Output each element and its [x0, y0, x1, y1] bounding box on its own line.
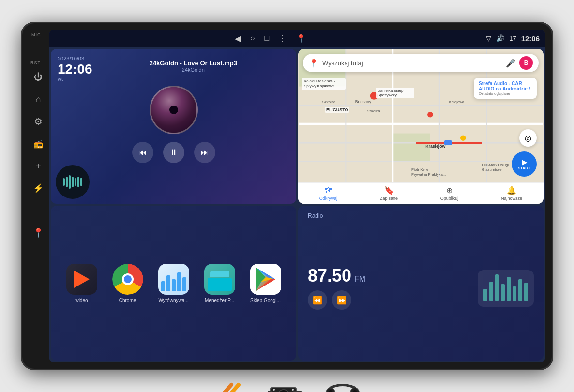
map-tab-najnowsze[interactable]: 🔔 Najnowsze — [501, 186, 522, 201]
svg-rect-2 — [393, 134, 430, 162]
radio-panel: Radio 87.50 FM ⏪ ⏩ — [298, 206, 544, 361]
pry-tools — [212, 382, 246, 392]
wideo-label: wideo — [75, 298, 88, 303]
chrome-center-dot — [122, 273, 134, 285]
power-button[interactable]: ⏻ — [31, 70, 45, 84]
map-start-button[interactable]: ▶ START — [512, 151, 537, 177]
music-controls: ⏮ ⏸ ⏭ — [58, 142, 289, 163]
aux-cable-icon — [323, 380, 362, 392]
main-screen: ◀ ○ □ ⋮ 📍 ▽ 🔊 17 12:06 2023/10/03 12:0 — [49, 30, 545, 362]
radio-side-button[interactable]: 📻 — [31, 137, 45, 151]
svg-text:Krasiejów: Krasiejów — [425, 144, 445, 149]
sound-bar-2 — [66, 177, 68, 187]
aux-cable — [323, 380, 362, 392]
signal-level: 17 — [509, 35, 516, 42]
svg-text:Fliz-Mark Usługi: Fliz-Mark Usługi — [482, 163, 509, 167]
playstore-icon — [250, 264, 281, 295]
map-search-bar[interactable]: 📍 Wyszukaj tutaj 🎤 B — [303, 54, 539, 72]
bluetooth-button[interactable]: ⚡ — [31, 181, 45, 195]
map-tab-opublikuj[interactable]: ⊕ Opublikuj — [440, 186, 459, 201]
wideo-icon — [66, 264, 97, 295]
nav-back-button[interactable]: ◀ — [235, 34, 241, 43]
app-wideo[interactable]: wideo — [66, 264, 97, 303]
radio-visualizer — [478, 270, 534, 307]
map-search-text: Wyszukaj tutaj — [322, 60, 506, 67]
nav-home-button[interactable]: ○ — [250, 34, 255, 43]
eq-bar-7 — [518, 279, 522, 301]
zapisane-label: Zapisane — [380, 196, 398, 201]
app-filemanager[interactable]: Menedżer P... — [204, 264, 235, 303]
sound-bar-1 — [63, 178, 65, 186]
map-user-avatar[interactable]: B — [519, 56, 533, 70]
volume-up-button[interactable]: + — [31, 159, 45, 173]
svg-point-48 — [292, 389, 294, 391]
nav-recents-button[interactable]: □ — [265, 34, 270, 43]
home-side-button[interactable]: ⌂ — [31, 92, 45, 106]
next-button[interactable]: ⏭ — [194, 142, 215, 163]
map-label-danielka: Danielka Sklep Spożywczy — [376, 88, 414, 98]
map-compass-button[interactable]: ◎ — [519, 129, 537, 147]
sound-widget[interactable] — [56, 165, 90, 199]
map-mic-button[interactable]: 🎤 — [506, 59, 515, 68]
app-chrome[interactable]: Chrome — [112, 264, 143, 303]
settings-side-button[interactable]: ⚙ — [31, 115, 45, 128]
sound-bar-7 — [80, 178, 82, 186]
map-label-elgusto: EL'GUSTO — [325, 107, 349, 113]
radio-forward-button[interactable]: ⏩ — [332, 290, 351, 310]
music-artist: 24kGoldn — [97, 67, 289, 73]
sound-bar-4 — [72, 177, 74, 187]
najnowsze-label: Najnowsze — [501, 196, 522, 201]
eq-bar-1 — [483, 289, 487, 301]
app-playstore[interactable]: Sklep Googl... — [250, 264, 281, 303]
map-label-kajaki: Kajaki Krasieńka - Spływy Kajakowe... — [302, 78, 346, 90]
album-art — [150, 86, 198, 134]
volume-down-button[interactable]: - — [31, 204, 45, 217]
info-card-title: Strefa Audio - CAR AUDIO na Androidzie ! — [479, 81, 532, 91]
folder-icon — [204, 264, 235, 295]
radio-controls: ⏪ ⏩ — [308, 290, 472, 310]
backup-camera — [265, 380, 304, 392]
rst-label: RST — [30, 60, 41, 65]
nav-maps-button[interactable]: 📍 — [296, 34, 306, 43]
music-panel: 2023/10/03 12:06 wt 24kGoldn - Love Or L… — [51, 49, 296, 204]
sound-bars-viz — [63, 175, 82, 189]
radio-band: FM — [354, 275, 365, 284]
radio-frequency-area: 87.50 FM ⏪ ⏩ — [308, 267, 472, 310]
svg-text:Prywatna Praktyka...: Prywatna Praktyka... — [411, 172, 446, 177]
main-content-grid: 2023/10/03 12:06 wt 24kGoldn - Love Or L… — [49, 47, 545, 362]
eq-bar-8 — [524, 283, 528, 301]
music-day: wt — [58, 76, 92, 82]
car-radio-device: MIC RST ⏻ ⌂ ⚙ 📻 + ⚡ - 📍 ◀ ○ □ ⋮ 📍 ▽ 🔊 17… — [21, 22, 553, 370]
map-tab-odkrywaj[interactable]: 🗺 Odkrywaj — [319, 186, 338, 201]
camera-icon — [265, 380, 304, 392]
mic-label: MIC — [31, 32, 41, 37]
music-date: 2023/10/03 — [58, 56, 92, 61]
prev-button[interactable]: ⏮ — [132, 142, 153, 163]
map-panel: Brzeziny Szkolna Szkolna Kolejowa Krasie… — [298, 49, 544, 204]
map-tab-zapisane[interactable]: 🔖 Zapisane — [380, 186, 398, 201]
accessories-row — [212, 380, 362, 392]
svg-text:Szkolna: Szkolna — [322, 100, 336, 104]
wifi-icon: ▽ — [486, 34, 491, 42]
sound-bar-6 — [77, 177, 79, 187]
nav-more-button[interactable]: ⋮ — [279, 34, 287, 43]
apps-panel: wideo Chrome — [51, 206, 296, 361]
svg-text:Brzeziny: Brzeziny — [355, 99, 372, 104]
odkrywaj-label: Odkrywaj — [319, 196, 338, 201]
play-pause-button[interactable]: ⏸ — [163, 142, 184, 163]
opublikuj-label: Opublikuj — [440, 196, 459, 201]
radio-rewind-button[interactable]: ⏪ — [308, 290, 327, 310]
eq-bar-3 — [495, 274, 499, 301]
eq-bar-2 — [489, 282, 493, 301]
status-right: ▽ 🔊 17 12:06 — [486, 34, 540, 43]
svg-text:Glazurnicze: Glazurnicze — [482, 167, 502, 172]
svg-line-38 — [214, 385, 231, 392]
pry-tools-icon — [212, 382, 246, 392]
chrome-icon — [112, 264, 143, 295]
info-card-subtitle: Ostatnio oglądane — [479, 91, 532, 96]
location-button[interactable]: 📍 — [31, 226, 45, 240]
app-equalizer[interactable]: Wyrównywa... — [158, 264, 189, 303]
map-info-card[interactable]: Strefa Audio - CAR AUDIO na Androidzie !… — [474, 78, 537, 99]
svg-text:Szkolna: Szkolna — [367, 109, 380, 113]
filemanager-label: Menedżer P... — [205, 298, 234, 303]
